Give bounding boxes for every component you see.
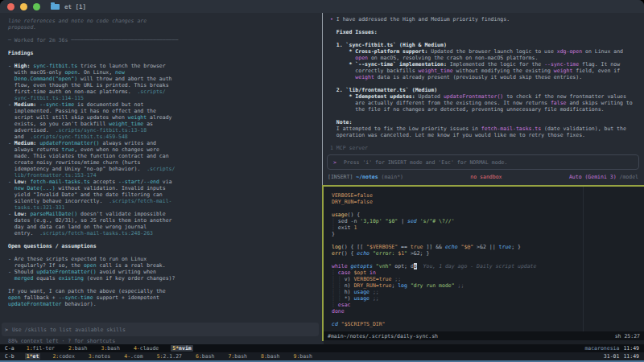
tmux-window-et[interactable]: 1*et [25, 353, 41, 360]
tmux-window-bash[interactable]: 9:bash [291, 353, 313, 360]
terminal-line: ┆ ┆ h) usage ;; [332, 289, 644, 295]
claude-input-hint: Use /skills to list available skills [12, 327, 126, 333]
terminal-line [332, 257, 644, 263]
terminal-line: updateFrontmatter behavior). [8, 301, 322, 307]
terminal-line: open fallback + --sync-time support + id… [8, 294, 322, 301]
terminal-line: sync-fitbit.ts:114-115 [8, 95, 322, 101]
statusbar-right: Auto (Gemini 3) /model [569, 173, 638, 181]
terminal-line: cd "$SCRIPTS_DIR" [332, 321, 644, 327]
claude-input[interactable]: > Use /skills to list available skills [2, 323, 319, 336]
gemini-output: • I have addressed the High and Medium p… [324, 13, 644, 138]
terminal-line: lib/frontmatter.ts:153-174 [8, 172, 322, 179]
terminal-line: } [332, 231, 644, 237]
statusbar-left: [INSERT] ~/notes (main*) [328, 173, 403, 181]
terminal-line [330, 35, 644, 42]
tmux-window-bash[interactable]: 6:bash [194, 353, 216, 360]
terminal-line: If you want, I can patch the above (espe… [8, 288, 322, 294]
tmux-window-claude[interactable]: 4-claude [132, 345, 160, 352]
terminal-line: operation was cancelled. Let me know if … [330, 132, 644, 138]
terminal-line [332, 205, 644, 212]
terminal-line: while getopts "vnh" opt; do You, 1 day a… [332, 263, 644, 269]
claude-pane: line references and note no code changes… [0, 13, 322, 344]
terminal-line: the file if no changes are detected, pre… [330, 106, 644, 113]
terminal-line [8, 237, 322, 243]
vim-mode-indicator: [INSERT] [328, 174, 353, 180]
git-branch-label: (main*) [382, 174, 403, 180]
terminal-line: made. This violates the function contrac… [8, 153, 322, 159]
claude-output: line references and note no code changes… [0, 13, 322, 307]
tmux-window-nvim[interactable]: 5*nvim [171, 345, 192, 352]
vim-statusline-file: #main~/notes/.scripts/daily-sync.sh [328, 333, 438, 339]
terminal-line: ─ Worked for 2m 36s ────────────────────… [8, 37, 322, 43]
terminal-line: - Should updateFrontmatter() avoid writi… [8, 269, 322, 275]
maximize-button[interactable] [33, 3, 40, 10]
terminal-line: ┆ exit 1 [332, 224, 644, 231]
tmux-window-bash[interactable]: 2:bash [67, 345, 89, 352]
tmux-window-.com[interactable]: 4-.com [122, 353, 144, 360]
terminal-line: ┆ case $opt in [332, 269, 644, 276]
terminal-line: tasks.ts:321-331 [8, 204, 322, 211]
terminal-line [332, 315, 644, 321]
terminal-line: weight data is already present (previous… [330, 74, 644, 80]
terminal-line: line references and note no code changes… [8, 18, 322, 24]
terminal-line: - Low: parseMailDate() doesn't validate … [8, 211, 322, 217]
terminal-line [332, 237, 644, 244]
terminal-line [330, 113, 644, 119]
minimize-button[interactable] [20, 3, 27, 10]
terminal-line: advertised. .scripts/sync-fitbit.ts:13-1… [8, 127, 322, 134]
terminal-line: * `--sync-time` implementation: Implemen… [330, 61, 644, 68]
terminal-line: regularly? If so, the open call is a rea… [8, 262, 322, 269]
terminal-line: ┆ ┆ v) VERBOSE=true ;; [332, 276, 644, 282]
terminal-line: proposed. [8, 24, 322, 31]
gemini-statusbar: [INSERT] ~/notes (main*) no sandbox Auto… [328, 173, 638, 181]
tmux-window-2.1.27[interactable]: 5:2.1.27 [155, 353, 184, 360]
terminal-window: et [1] line references and note no code … [0, 0, 644, 362]
tmux-window-bash[interactable]: 3:bash [99, 345, 121, 352]
tmux-window-notes[interactable]: 3:notes [87, 353, 112, 360]
clock-label: 11:49 [623, 345, 639, 352]
vim-editor[interactable]: VERBOSE=falseDRY_RUN=false usage() {┆ se… [324, 187, 644, 344]
tmux-window-list: 1*et2:codex3:notes4-.com5:2.1.276:bash7:… [25, 353, 314, 360]
terminal-line: create noisy rewrites/mtime churn (hurts [8, 159, 322, 166]
terminal-line: silently behave incorrectly. .scripts/fe… [8, 198, 322, 204]
date-label: 31-01 [604, 353, 620, 360]
tmux-window-fil-ter[interactable]: 1:fil-ter [25, 345, 56, 352]
terminal-line: ┆ esac [332, 302, 644, 308]
terminal-line: VERBOSE=false [332, 192, 644, 199]
close-button[interactable] [7, 3, 14, 10]
terminal-line: usage() { [332, 212, 644, 218]
terminal-line: idempotency and Unixy "no-op" behavior).… [8, 166, 322, 172]
tmux-window-bash[interactable]: 7:bash [227, 353, 249, 360]
terminal-line: yield "Invalid Date" and the date filter… [8, 191, 322, 198]
terminal-line [330, 80, 644, 87]
tmux-window-bash[interactable]: 8:bash [259, 353, 281, 360]
gemini-pane: • I have addressed the High and Medium p… [324, 13, 644, 185]
terminal-line: Findings [8, 50, 322, 56]
terminal-line: always returns true, even when no change… [8, 146, 322, 153]
terminal-line: and .scripts/sync-fitbit.ts:459-548 [8, 134, 322, 140]
terminal-line: correctly backfills weight_time without … [330, 68, 644, 74]
terminal-line: first-time auth on non-mac platforms. .s… [8, 88, 322, 95]
terminal-line: dates (e.g., 02/31), so JS rolls them in… [8, 217, 322, 224]
terminal-line: Note: [330, 119, 644, 125]
terminal-line: - Are these scripts expected to run on L… [8, 256, 322, 262]
clock-label: 11:49 [623, 353, 639, 360]
terminal-line: done [332, 308, 644, 315]
terminal-line: implemented. Passing it has no effect an… [8, 108, 322, 114]
gemini-input[interactable]: > Press 'i' for INSERT mode and 'Esc' fo… [327, 154, 639, 170]
tmux-window-codex[interactable]: 2:codex [51, 353, 76, 360]
terminal-line: open on macOS, resolving the crash on no… [330, 55, 644, 61]
terminal-line: exists, so you can't backfill weight_tim… [8, 121, 322, 127]
terminal-line: day and data can land on the wrong journ… [8, 224, 322, 230]
pane-divider [322, 13, 323, 185]
vim-statusline-position: sh 25:27 [615, 333, 640, 339]
terminal-line: - Medium: updateFrontmatter() always wri… [8, 140, 322, 146]
terminal-line: flow, even though the URL is printed. Th… [8, 82, 322, 88]
tmux-prefix-label: C-a [5, 345, 14, 352]
prompt-icon: > [333, 159, 336, 166]
terminal-line: * Cross-platform support: Updated the br… [330, 48, 644, 55]
terminal-line: merged equals existing (even if key orde… [8, 275, 322, 282]
terminal-line: - Low: fetch-mail-tasks.ts accepts --sta… [8, 179, 322, 185]
titlebar: et [1] [0, 0, 644, 13]
hostname-label: macaronesia [584, 345, 619, 352]
